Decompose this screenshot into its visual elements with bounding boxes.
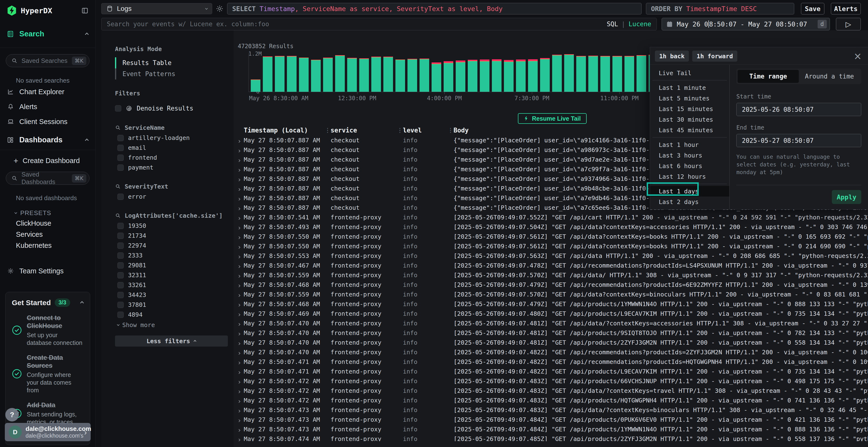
filter-value-4894[interactable]: 4894 <box>115 310 228 319</box>
time-option-last-1-days[interactable]: Last 1 days <box>650 186 730 197</box>
table-row[interactable]: May 27 8:50:07.468 AMfrontend-proxyinfo[… <box>237 280 868 289</box>
histogram-bar[interactable] <box>480 60 490 92</box>
filter-value-19350[interactable]: 19350 <box>115 221 228 231</box>
histogram-bar[interactable] <box>359 58 369 92</box>
less-filters-button[interactable]: Less filters <box>115 336 228 347</box>
table-row[interactable]: May 27 8:50:07.471 AMfrontend-proxyinfo[… <box>237 367 868 376</box>
histogram-bar[interactable] <box>588 56 598 92</box>
histogram-bar[interactable] <box>347 58 357 92</box>
checkbox[interactable] <box>115 105 121 111</box>
histogram-bar[interactable] <box>564 54 574 92</box>
table-row[interactable]: May 27 8:50:07.470 AMfrontend-proxyinfo[… <box>237 318 868 328</box>
chevron-up-icon[interactable] <box>85 33 89 36</box>
row-expand-chevron-icon[interactable] <box>237 214 244 221</box>
checkbox[interactable] <box>117 243 124 249</box>
histogram-bar[interactable] <box>492 59 501 92</box>
column-header-timestamp[interactable]: Timestamp (Local) <box>244 127 324 134</box>
row-expand-chevron-icon[interactable] <box>237 368 244 375</box>
histogram-bar[interactable] <box>504 60 514 92</box>
sidebar-item-search[interactable]: Search <box>0 27 95 41</box>
user-menu[interactable]: D dale@clickhouse.com dale@clickhouse.co… <box>5 423 91 441</box>
collapse-sidebar-icon[interactable] <box>81 7 89 14</box>
histogram-bar[interactable] <box>613 56 622 92</box>
checkbox[interactable] <box>117 154 124 161</box>
run-query-button[interactable]: ▷ <box>836 18 861 30</box>
search-icon[interactable] <box>115 213 121 218</box>
table-row[interactable]: May 27 8:50:07.493 AMfrontend-proxyinfo[… <box>237 222 868 232</box>
histogram-bar[interactable] <box>287 56 297 92</box>
row-expand-chevron-icon[interactable] <box>237 310 244 317</box>
filter-value-33261[interactable]: 33261 <box>115 280 228 290</box>
presets-toggle[interactable]: PRESETS <box>0 208 95 218</box>
table-row[interactable]: May 27 8:50:07.470 AMfrontend-proxyinfo[… <box>237 328 868 338</box>
checkbox[interactable] <box>117 252 124 259</box>
tab-time-range[interactable]: Time range <box>738 70 799 83</box>
row-expand-chevron-icon[interactable] <box>237 195 244 202</box>
row-expand-chevron-icon[interactable] <box>237 358 244 365</box>
sidebar-item-services[interactable]: Services <box>0 229 95 240</box>
mode-sql-toggle[interactable]: SQL <box>607 21 618 28</box>
checkbox[interactable] <box>117 292 124 298</box>
row-expand-chevron-icon[interactable] <box>237 407 244 414</box>
source-select[interactable]: Logs <box>101 3 212 14</box>
histogram-bar[interactable] <box>275 56 284 92</box>
histogram-bar[interactable] <box>600 56 610 92</box>
sidebar-item-kubernetes[interactable]: Kubernetes <box>0 240 95 251</box>
filter-value-21734[interactable]: 21734 <box>115 231 228 241</box>
table-row[interactable]: May 27 8:50:07.473 AMfrontend-proxyinfo[… <box>237 424 868 434</box>
row-expand-chevron-icon[interactable] <box>237 291 244 298</box>
column-header-service[interactable]: service <box>331 127 397 134</box>
row-expand-chevron-icon[interactable] <box>237 166 244 173</box>
histogram-bar[interactable] <box>335 55 345 92</box>
time-option-last-15-minutes[interactable]: Last 15 minutes <box>650 104 730 114</box>
histogram-bar[interactable] <box>407 59 417 92</box>
show-more-button[interactable]: Show more <box>115 320 228 330</box>
time-option-last-45-minutes[interactable]: Last 45 minutes <box>650 125 730 135</box>
filter-value-error[interactable]: error <box>115 192 228 202</box>
close-icon[interactable]: × <box>854 51 862 61</box>
sidebar-item-dashboards[interactable]: Dashboards <box>0 133 95 147</box>
get-started-item[interactable]: Add Data Start sending logs, metrics, or… <box>12 401 84 426</box>
histogram-bar[interactable] <box>420 59 429 92</box>
checkbox[interactable] <box>117 282 124 288</box>
row-expand-chevron-icon[interactable] <box>237 378 244 385</box>
time-option-last-2-days[interactable]: Last 2 days <box>650 197 730 207</box>
row-expand-chevron-icon[interactable] <box>237 349 244 356</box>
row-expand-chevron-icon[interactable] <box>237 175 244 182</box>
checkbox[interactable] <box>117 145 124 151</box>
alerts-button[interactable]: Alerts <box>831 3 861 14</box>
sidebar-item-team-settings[interactable]: Team Settings <box>0 264 95 278</box>
checkbox[interactable] <box>117 262 124 269</box>
search-input[interactable]: Search your events w/ Lucene ex. column:… <box>101 18 657 30</box>
row-expand-chevron-icon[interactable] <box>237 185 244 192</box>
row-expand-chevron-icon[interactable] <box>237 233 244 240</box>
row-expand-chevron-icon[interactable] <box>237 387 244 394</box>
time-option-last-1-minute[interactable]: Last 1 minute <box>650 82 730 93</box>
shift-1h-forward-button[interactable]: 1h forward <box>692 50 737 62</box>
histogram-bar[interactable] <box>576 56 586 92</box>
table-row[interactable]: May 27 8:50:07.474 AMfrontend-proxyinfo[… <box>237 434 868 441</box>
table-row[interactable]: May 27 8:50:07.550 AMfrontend-proxyinfo[… <box>237 241 868 251</box>
time-option-last-1-hour[interactable]: Last 1 hour <box>650 139 730 150</box>
histogram-bar[interactable] <box>624 56 634 92</box>
histogram-bar[interactable] <box>263 56 273 92</box>
sidebar-item-client-sessions[interactable]: Client Sessions <box>0 114 95 129</box>
histogram-bar[interactable] <box>444 61 453 92</box>
row-expand-chevron-icon[interactable] <box>237 252 244 260</box>
column-drag-icon[interactable]: ⋮ <box>397 127 403 134</box>
filter-value-email[interactable]: email <box>115 143 228 153</box>
table-row[interactable]: May 27 8:50:07.472 AMfrontend-proxyinfo[… <box>237 386 868 396</box>
end-time-input[interactable]: 2025-05-27 08:50:07 <box>736 134 861 147</box>
checkbox[interactable] <box>117 135 124 141</box>
time-option-last-30-minutes[interactable]: Last 30 minutes <box>650 114 730 125</box>
table-row[interactable]: May 27 8:50:07.469 AMfrontend-proxyinfo[… <box>237 309 868 318</box>
sidebar-item-alerts[interactable]: Alerts <box>0 99 95 114</box>
resume-live-tail-button[interactable]: Resume Live Tail <box>518 113 586 124</box>
table-row[interactable]: May 27 8:50:07.473 AMfrontend-proxyinfo[… <box>237 405 868 415</box>
histogram-bar[interactable] <box>371 57 381 92</box>
checkbox[interactable] <box>117 194 124 200</box>
row-expand-chevron-icon[interactable] <box>237 243 244 250</box>
table-row[interactable]: May 27 8:50:07.472 AMfrontend-proxyinfo[… <box>237 376 868 386</box>
sidebar-item-chart-explorer[interactable]: Chart Explorer <box>0 84 95 99</box>
help-button[interactable]: ? <box>5 408 19 421</box>
